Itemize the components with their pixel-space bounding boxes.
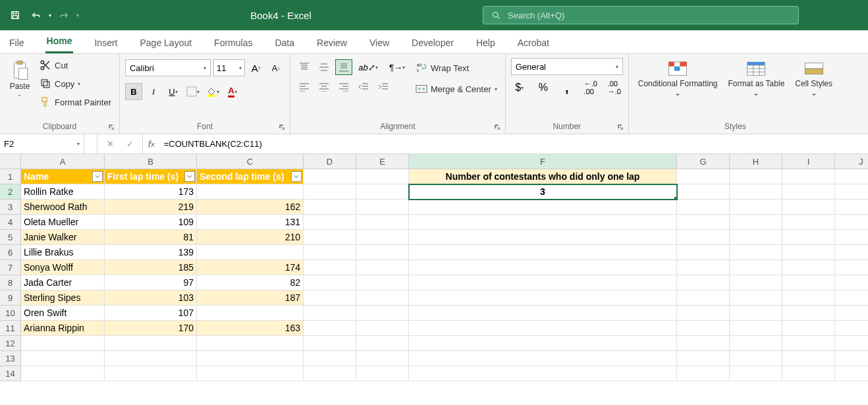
column-header-J[interactable]: J — [835, 154, 868, 169]
cell-H2[interactable] — [730, 184, 782, 200]
align-center-button[interactable] — [315, 79, 333, 95]
cell-D10[interactable] — [304, 306, 356, 321]
align-bottom-button[interactable] — [335, 59, 352, 75]
column-header-H[interactable]: H — [730, 154, 782, 169]
cell-I4[interactable] — [782, 215, 835, 230]
column-header-C[interactable]: C — [197, 154, 304, 169]
cell-F9[interactable] — [409, 290, 677, 306]
cell-G10[interactable] — [677, 306, 730, 321]
cell-E14[interactable] — [356, 366, 409, 381]
cell-I11[interactable] — [782, 321, 835, 336]
ltr-button[interactable]: ¶→▾ — [384, 59, 410, 75]
cell-C1[interactable]: Second lap time (s) — [197, 169, 304, 184]
cell-A1[interactable]: Name — [21, 169, 105, 184]
percent-format-button[interactable]: % — [535, 79, 552, 96]
cell-H13[interactable] — [730, 351, 782, 366]
tab-review[interactable]: Review — [315, 32, 348, 53]
cell-G5[interactable] — [677, 230, 730, 245]
cell-F6[interactable] — [409, 245, 677, 260]
cell-E4[interactable] — [356, 215, 409, 230]
column-header-G[interactable]: G — [677, 154, 730, 169]
comma-format-button[interactable]: , — [558, 79, 576, 96]
cell-B9[interactable]: 103 — [105, 290, 197, 306]
cell-H1[interactable] — [730, 169, 782, 184]
cell-C5[interactable]: 210 — [197, 230, 304, 245]
cell-F14[interactable] — [409, 366, 677, 381]
font-color-button[interactable]: A▾ — [224, 83, 241, 100]
cell-A6[interactable]: Lillie Brakus — [21, 245, 105, 260]
cell-C4[interactable]: 131 — [197, 215, 304, 230]
cut-button[interactable]: Cut — [37, 57, 114, 74]
cell-J8[interactable] — [835, 275, 868, 290]
cell-B5[interactable]: 81 — [105, 230, 197, 245]
cell-F10[interactable] — [409, 306, 677, 321]
cell-A10[interactable]: Oren Swift — [21, 306, 105, 321]
cell-H9[interactable] — [730, 290, 782, 306]
cell-H5[interactable] — [730, 230, 782, 245]
cell-B4[interactable]: 109 — [105, 215, 197, 230]
cell-D5[interactable] — [304, 230, 356, 245]
cell-G9[interactable] — [677, 290, 730, 306]
cell-D3[interactable] — [304, 200, 356, 215]
cell-D7[interactable] — [304, 260, 356, 275]
alignment-launcher[interactable] — [493, 123, 501, 131]
number-format-select[interactable]: General▾ — [511, 58, 623, 75]
cell-J1[interactable] — [835, 169, 868, 184]
cell-F5[interactable] — [409, 230, 677, 245]
column-header-F[interactable]: F — [409, 154, 677, 169]
cell-J4[interactable] — [835, 215, 868, 230]
orientation-button[interactable]: ab⤢▾ — [355, 59, 381, 75]
font-name-select[interactable]: Calibri▾ — [125, 59, 211, 76]
column-header-D[interactable]: D — [304, 154, 356, 169]
cell-A9[interactable]: Sterling Sipes — [21, 290, 105, 306]
cell-A13[interactable] — [21, 351, 105, 366]
italic-button[interactable]: I — [145, 83, 162, 100]
cell-H4[interactable] — [730, 215, 782, 230]
row-header-2[interactable]: 2 — [0, 184, 21, 200]
row-header-12[interactable]: 12 — [0, 336, 21, 351]
cell-H14[interactable] — [730, 366, 782, 381]
cell-B2[interactable]: 173 — [105, 184, 197, 200]
cell-J13[interactable] — [835, 351, 868, 366]
cell-E10[interactable] — [356, 306, 409, 321]
copy-button[interactable]: Copy ▾ — [37, 75, 114, 92]
fill-color-button[interactable]: ▾ — [204, 83, 221, 100]
cell-D2[interactable] — [304, 184, 356, 200]
cell-E6[interactable] — [356, 245, 409, 260]
decrease-indent-button[interactable] — [355, 79, 372, 95]
wrap-text-button[interactable]: abc Wrap Text — [413, 59, 500, 76]
merge-center-button[interactable]: Merge & Center ▾ — [413, 80, 500, 97]
cell-G8[interactable] — [677, 275, 730, 290]
cell-D11[interactable] — [304, 321, 356, 336]
cell-I10[interactable] — [782, 306, 835, 321]
cell-J3[interactable] — [835, 200, 868, 215]
cell-B11[interactable]: 170 — [105, 321, 197, 336]
cell-D1[interactable] — [304, 169, 356, 184]
cell-C12[interactable] — [197, 336, 304, 351]
row-header-11[interactable]: 11 — [0, 321, 21, 336]
cell-J11[interactable] — [835, 321, 868, 336]
cell-I5[interactable] — [782, 230, 835, 245]
cell-C9[interactable]: 187 — [197, 290, 304, 306]
cell-D8[interactable] — [304, 275, 356, 290]
format-painter-button[interactable]: Format Painter — [37, 94, 114, 111]
decrease-font-button[interactable]: A↓ — [267, 59, 285, 76]
row-header-8[interactable]: 8 — [0, 275, 21, 290]
cell-C8[interactable]: 82 — [197, 275, 304, 290]
cell-A5[interactable]: Janie Walker — [21, 230, 105, 245]
cell-G12[interactable] — [677, 336, 730, 351]
filter-button[interactable] — [291, 171, 302, 182]
cell-B14[interactable] — [105, 366, 197, 381]
cell-G6[interactable] — [677, 245, 730, 260]
increase-indent-button[interactable] — [375, 79, 392, 95]
cell-A3[interactable]: Sherwood Rath — [21, 200, 105, 215]
cell-E3[interactable] — [356, 200, 409, 215]
tab-file[interactable]: File — [8, 32, 26, 53]
tab-view[interactable]: View — [368, 32, 391, 53]
cell-J12[interactable] — [835, 336, 868, 351]
clipboard-launcher[interactable] — [107, 123, 115, 131]
bold-button[interactable]: B — [125, 83, 142, 100]
formula-input[interactable] — [160, 134, 868, 153]
cell-B6[interactable]: 139 — [105, 245, 197, 260]
cell-E11[interactable] — [356, 321, 409, 336]
